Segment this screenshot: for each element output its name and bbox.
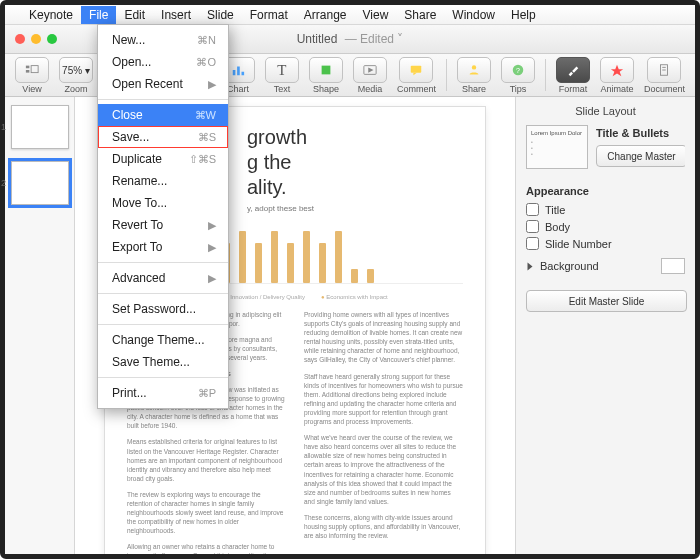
fullscreen-window-icon[interactable] <box>47 34 57 44</box>
menu-item-print[interactable]: Print...⌘P <box>98 382 228 404</box>
chart-bar <box>319 243 326 283</box>
comment-button[interactable] <box>399 57 433 83</box>
toolbar-separator <box>446 59 447 91</box>
inspector-panel: Slide Layout Lorem Ipsum Dolor ••• Title… <box>515 97 695 554</box>
toolbar-separator <box>545 59 546 91</box>
menu-item-save-theme[interactable]: Save Theme... <box>98 351 228 373</box>
view-button[interactable] <box>15 57 49 83</box>
svg-marker-8 <box>368 67 373 72</box>
menu-separator <box>98 262 228 263</box>
menu-item-label: Save... <box>112 130 149 144</box>
svg-rect-5 <box>241 72 244 76</box>
menu-item-set-password[interactable]: Set Password... <box>98 298 228 320</box>
svg-marker-10 <box>414 73 418 76</box>
chart-label: Chart <box>227 84 249 94</box>
comment-label: Comment <box>397 84 436 94</box>
document-title[interactable]: Untitled — Edited ˅ <box>297 32 404 46</box>
menu-edit[interactable]: Edit <box>116 6 153 24</box>
slide-thumbnails: 1 2 <box>5 97 75 554</box>
svg-marker-14 <box>611 65 623 76</box>
slide-thumbnail[interactable]: 2 <box>11 161 69 205</box>
menu-item-label: Open Recent <box>112 77 183 91</box>
menu-format[interactable]: Format <box>242 6 296 24</box>
chart-bar <box>239 231 246 283</box>
tips-button[interactable]: ? <box>501 57 535 83</box>
media-button[interactable] <box>353 57 387 83</box>
chart-bar <box>255 243 262 283</box>
background-row[interactable]: Background <box>526 258 685 274</box>
svg-point-11 <box>472 65 476 69</box>
document-label: Document <box>644 84 685 94</box>
menubar: Keynote File Edit Insert Slide Format Ar… <box>5 5 695 25</box>
menu-item-duplicate[interactable]: Duplicate⇧⌘S <box>98 148 228 170</box>
view-label: View <box>22 84 41 94</box>
svg-rect-0 <box>26 66 30 69</box>
menu-item-rename[interactable]: Rename... <box>98 170 228 192</box>
menu-item-label: Export To <box>112 240 162 254</box>
menu-window[interactable]: Window <box>444 6 503 24</box>
checkbox-input[interactable] <box>526 220 539 233</box>
shape-label: Shape <box>313 84 339 94</box>
menu-item-open-recent[interactable]: Open Recent▶ <box>98 73 228 95</box>
inspector-title: Slide Layout <box>526 105 685 117</box>
slide-thumbnail[interactable]: 1 <box>11 105 69 149</box>
menu-item-revert-to[interactable]: Revert To▶ <box>98 214 228 236</box>
menu-item-label: Change Theme... <box>112 333 205 347</box>
chart-bar <box>335 231 342 283</box>
menu-slide[interactable]: Slide <box>199 6 242 24</box>
menu-item-export-to[interactable]: Export To▶ <box>98 236 228 258</box>
animate-button[interactable] <box>600 57 634 83</box>
change-master-button[interactable]: Change Master <box>596 145 685 167</box>
menu-item-new[interactable]: New...⌘N <box>98 29 228 51</box>
menu-app-name[interactable]: Keynote <box>21 6 81 24</box>
shape-button[interactable] <box>309 57 343 83</box>
menu-item-label: Duplicate <box>112 152 162 166</box>
document-state: — Edited ˅ <box>345 32 404 46</box>
checkbox-slide-number[interactable]: Slide Number <box>526 237 685 250</box>
menu-share[interactable]: Share <box>396 6 444 24</box>
svg-rect-4 <box>237 67 240 76</box>
share-button[interactable] <box>457 57 491 83</box>
menu-item-move-to[interactable]: Move To... <box>98 192 228 214</box>
zoom-dropdown[interactable]: 75% ▾ <box>59 57 93 83</box>
menu-item-save[interactable]: Save...⌘S <box>98 126 228 148</box>
text-button[interactable]: T <box>265 57 299 83</box>
edit-master-slide-button[interactable]: Edit Master Slide <box>526 290 687 312</box>
document-name: Untitled <box>297 32 338 46</box>
svg-rect-1 <box>26 70 30 73</box>
document-button[interactable] <box>647 57 681 83</box>
slide-number: 2 <box>1 178 6 188</box>
checkbox-title[interactable]: Title <box>526 203 685 216</box>
format-label: Format <box>559 84 588 94</box>
menu-item-label: Rename... <box>112 174 167 188</box>
format-button[interactable] <box>556 57 590 83</box>
menu-item-label: Print... <box>112 386 147 400</box>
menu-item-close[interactable]: Close⌘W <box>98 104 228 126</box>
submenu-arrow-icon: ▶ <box>208 78 216 91</box>
checkbox-input[interactable] <box>526 203 539 216</box>
text-label: Text <box>274 84 291 94</box>
menu-view[interactable]: View <box>355 6 397 24</box>
menu-item-shortcut: ⌘W <box>195 109 216 122</box>
menu-item-advanced[interactable]: Advanced▶ <box>98 267 228 289</box>
menu-arrange[interactable]: Arrange <box>296 6 355 24</box>
menu-item-shortcut: ⌘P <box>198 387 216 400</box>
menu-item-label: Open... <box>112 55 151 69</box>
checkbox-body[interactable]: Body <box>526 220 685 233</box>
close-window-icon[interactable] <box>15 34 25 44</box>
menu-item-label: Advanced <box>112 271 165 285</box>
menu-file[interactable]: File <box>81 6 116 24</box>
menu-item-open[interactable]: Open...⌘O <box>98 51 228 73</box>
background-label: Background <box>540 260 599 272</box>
master-preview[interactable]: Lorem Ipsum Dolor ••• <box>526 125 588 169</box>
menu-help[interactable]: Help <box>503 6 544 24</box>
svg-rect-6 <box>322 66 331 75</box>
minimize-window-icon[interactable] <box>31 34 41 44</box>
checkbox-input[interactable] <box>526 237 539 250</box>
disclosure-triangle-icon[interactable] <box>528 262 533 270</box>
menu-item-change-theme[interactable]: Change Theme... <box>98 329 228 351</box>
menu-insert[interactable]: Insert <box>153 6 199 24</box>
animate-label: Animate <box>600 84 633 94</box>
menu-separator <box>98 293 228 294</box>
background-color-swatch[interactable] <box>661 258 685 274</box>
